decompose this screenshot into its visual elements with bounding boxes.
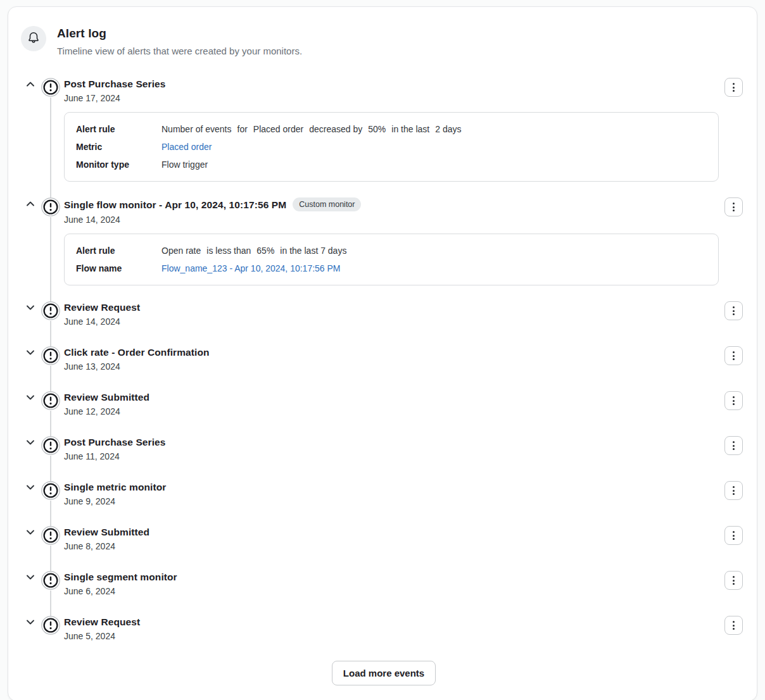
- chevron-up-icon: [25, 199, 35, 211]
- item-menu-button[interactable]: [724, 346, 743, 365]
- timeline-item: Review Submitted June 12, 2024: [25, 391, 743, 418]
- expand-toggle-button[interactable]: [25, 303, 35, 314]
- detail-label: Flow name: [76, 262, 161, 275]
- expand-toggle-button[interactable]: [25, 573, 35, 584]
- kebab-dot: [733, 625, 735, 627]
- expand-toggle-button[interactable]: [25, 348, 35, 359]
- detail-value: Placed order: [161, 141, 707, 153]
- detail-link[interactable]: Flow_name_123 - Apr 10, 2024, 10:17:56 P…: [161, 263, 341, 273]
- expand-toggle-button[interactable]: [25, 199, 35, 210]
- alert-title: Review Request: [64, 301, 140, 313]
- alert-date: June 12, 2024: [64, 406, 719, 418]
- chevron-down-icon: [25, 572, 35, 584]
- item-menu-button[interactable]: [724, 436, 743, 455]
- expand-toggle-button[interactable]: [25, 438, 35, 449]
- kebab-dot: [733, 306, 735, 308]
- alert-log-header: Alert log Timeline view of alerts that w…: [25, 26, 743, 58]
- rule-segment: Placed order: [253, 124, 303, 134]
- alert-detail-card: Alert ruleNumber of eventsforPlaced orde…: [64, 112, 719, 182]
- alert-date: June 13, 2024: [64, 361, 719, 373]
- kebab-dot: [733, 576, 735, 578]
- alert-title: Review Submitted: [64, 391, 149, 403]
- timeline-item-content: Single segment monitor June 6, 2024: [64, 571, 743, 597]
- detail-value: Flow trigger: [161, 158, 707, 171]
- page-title: Alert log: [57, 26, 302, 41]
- rule-segment: in the last 7 days: [280, 246, 346, 256]
- detail-row: Alert ruleOpen rateis less than65%in the…: [76, 244, 707, 257]
- alert-date: June 11, 2024: [64, 451, 719, 463]
- chevron-down-icon: [25, 437, 35, 449]
- item-menu-button[interactable]: [724, 197, 743, 216]
- rule-segment: decreased by: [309, 124, 362, 134]
- expand-toggle-button[interactable]: [25, 393, 35, 404]
- item-menu-button[interactable]: [724, 481, 743, 500]
- item-menu-button[interactable]: [724, 78, 743, 97]
- detail-label: Monitor type: [76, 158, 161, 171]
- kebab-dot: [733, 90, 735, 92]
- rule-segment: 65%: [256, 246, 274, 256]
- item-menu-button[interactable]: [724, 571, 743, 590]
- chevron-down-icon: [25, 392, 35, 404]
- timeline-item: Post Purchase Series June 11, 2024: [25, 436, 743, 463]
- rule-segment: Open rate: [161, 246, 201, 256]
- item-menu-button[interactable]: [724, 301, 743, 320]
- bell-icon: [27, 30, 41, 47]
- alert-exclamation-icon: [41, 571, 60, 590]
- timeline-item-content: Review Request June 14, 2024: [64, 301, 743, 328]
- rule-segment: 2 days: [435, 124, 461, 134]
- item-menu-button[interactable]: [724, 526, 743, 545]
- kebab-dot: [733, 448, 735, 450]
- alert-date: June 14, 2024: [64, 214, 719, 226]
- detail-value: Number of eventsforPlaced orderdecreased…: [161, 123, 707, 135]
- item-menu-button[interactable]: [724, 391, 743, 410]
- kebab-dot: [733, 493, 735, 495]
- detail-link[interactable]: Placed order: [161, 142, 212, 152]
- timeline-item: Review Submitted June 8, 2024: [25, 526, 743, 553]
- kebab-dot: [733, 87, 735, 89]
- expand-toggle-button[interactable]: [25, 80, 35, 91]
- kebab-dot: [733, 583, 735, 585]
- kebab-dot: [733, 486, 735, 488]
- page: Alert log Timeline view of alerts that w…: [0, 0, 765, 700]
- expand-toggle-button[interactable]: [25, 528, 35, 539]
- kebab-dot: [733, 621, 735, 623]
- alert-exclamation-icon: [41, 391, 60, 410]
- item-menu-button[interactable]: [724, 616, 743, 635]
- alert-exclamation-icon: [41, 197, 60, 216]
- kebab-dot: [733, 203, 735, 204]
- alert-detail-card: Alert ruleOpen rateis less than65%in the…: [64, 234, 719, 285]
- alert-date: June 8, 2024: [64, 541, 719, 553]
- alert-exclamation-icon: [41, 301, 60, 320]
- kebab-dot: [733, 313, 735, 315]
- alert-date: June 9, 2024: [64, 496, 719, 508]
- alert-title: Single segment monitor: [64, 571, 177, 583]
- detail-row: Alert ruleNumber of eventsforPlaced orde…: [76, 123, 707, 135]
- timeline-item: Review Request June 14, 2024: [25, 301, 743, 328]
- expand-toggle-button[interactable]: [25, 618, 35, 628]
- timeline-item-content: Click rate - Order Confirmation June 13,…: [64, 346, 743, 373]
- detail-row: Monitor typeFlow trigger: [76, 158, 707, 171]
- chevron-down-icon: [25, 303, 35, 315]
- detail-label: Metric: [76, 141, 161, 153]
- alert-title: Post Purchase Series: [64, 78, 166, 90]
- kebab-dot: [733, 358, 735, 360]
- kebab-dot: [733, 628, 735, 630]
- page-subtitle: Timeline view of alerts that were create…: [57, 45, 302, 58]
- rule-segment: Number of events: [161, 124, 232, 134]
- kebab-dot: [733, 538, 735, 540]
- detail-value: Flow_name_123 - Apr 10, 2024, 10:17:56 P…: [161, 262, 707, 275]
- bell-avatar: [21, 26, 46, 51]
- alert-exclamation-icon: [41, 526, 60, 545]
- expand-toggle-button[interactable]: [25, 483, 35, 494]
- load-more-button[interactable]: Load more events: [332, 661, 436, 685]
- detail-label: Alert rule: [76, 244, 161, 257]
- timeline: Post Purchase Series June 17, 2024 Alert…: [25, 78, 743, 642]
- timeline-item: Click rate - Order Confirmation June 13,…: [25, 346, 743, 373]
- alert-exclamation-icon: [41, 436, 60, 455]
- load-more-container: Load more events: [25, 661, 743, 685]
- chevron-down-icon: [25, 347, 35, 359]
- timeline-item-content: Review Submitted June 8, 2024: [64, 526, 743, 553]
- timeline-item: Review Request June 5, 2024: [25, 616, 743, 642]
- chevron-down-icon: [25, 617, 35, 629]
- alert-exclamation-icon: [41, 346, 60, 365]
